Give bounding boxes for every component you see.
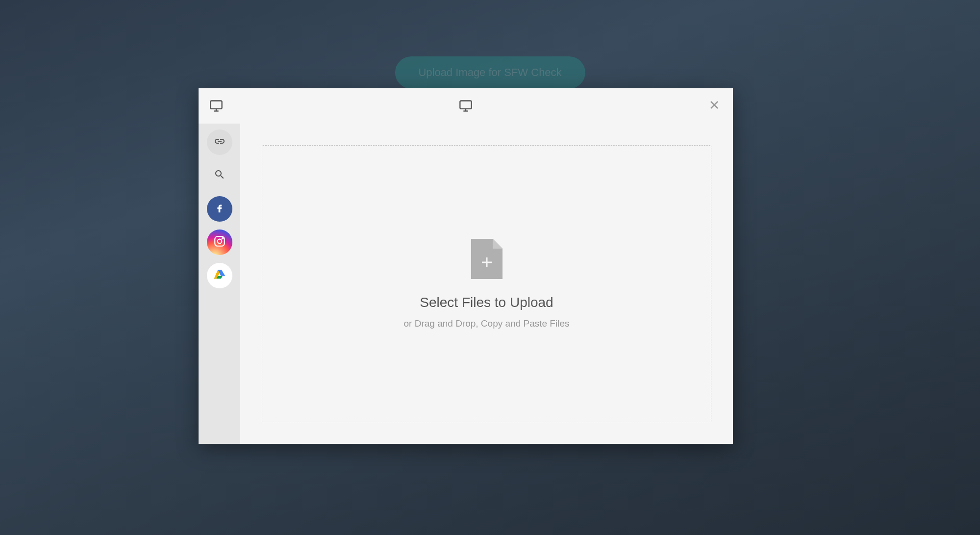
sidebar-item-link[interactable] xyxy=(207,129,232,155)
file-add-icon xyxy=(471,239,503,281)
file-dropzone[interactable]: Select Files to Upload or Drag and Drop,… xyxy=(262,145,711,422)
link-icon xyxy=(214,135,226,149)
sidebar-item-search[interactable] xyxy=(207,163,232,188)
sidebar-item-google-drive[interactable] xyxy=(207,263,232,288)
dropzone-subtitle: or Drag and Drop, Copy and Paste Files xyxy=(404,318,570,329)
source-sidebar xyxy=(199,124,240,444)
close-icon xyxy=(708,99,720,113)
backdrop-upload-button: Upload Image for SFW Check xyxy=(395,56,585,89)
backdrop-upload-label: Upload Image for SFW Check xyxy=(418,66,561,78)
google-drive-icon xyxy=(213,268,226,283)
device-icon-center xyxy=(459,99,473,115)
main-area: Select Files to Upload or Drag and Drop,… xyxy=(240,124,733,444)
device-icon-left[interactable] xyxy=(209,99,223,115)
upload-dialog: Select Files to Upload or Drag and Drop,… xyxy=(199,88,733,444)
sidebar-item-instagram[interactable] xyxy=(207,229,232,255)
dialog-header xyxy=(199,88,733,124)
svg-rect-0 xyxy=(210,101,222,109)
close-button[interactable] xyxy=(705,97,723,115)
dropzone-title: Select Files to Upload xyxy=(420,295,553,310)
search-icon xyxy=(214,169,226,182)
instagram-icon xyxy=(213,235,226,250)
facebook-icon xyxy=(214,203,225,215)
sidebar-item-facebook[interactable] xyxy=(207,196,232,222)
svg-point-10 xyxy=(222,238,223,239)
svg-rect-3 xyxy=(460,101,471,109)
dialog-body: Select Files to Upload or Drag and Drop,… xyxy=(199,124,733,444)
svg-point-9 xyxy=(217,239,222,244)
